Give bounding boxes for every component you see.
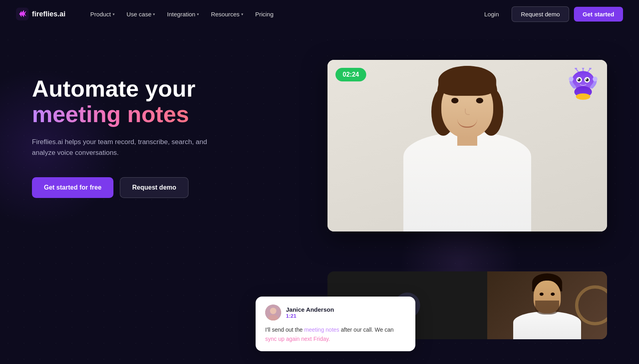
nav-use-case[interactable]: Use case ▾ <box>122 8 160 21</box>
hero-visual: 02:24 <box>280 60 607 339</box>
get-started-free-button[interactable]: Get started for free <box>32 177 113 198</box>
hero-left-content: Automate your meeting notes Fireflies.ai… <box>32 60 256 198</box>
brand-logo[interactable]: fireflies.ai <box>16 8 65 20</box>
nav-links: Product ▾ Use case ▾ Integration ▾ Resou… <box>85 8 476 21</box>
chat-message-text: I'll send out the meeting notes after ou… <box>265 325 406 343</box>
nav-right-actions: Login Request demo Get started <box>476 6 623 22</box>
svg-point-4 <box>582 68 584 69</box>
nav-pricing[interactable]: Pricing <box>250 8 278 21</box>
chevron-down-icon: ▾ <box>197 12 199 16</box>
svg-point-19 <box>270 308 276 314</box>
chat-user-name: Janice Anderson <box>286 306 334 313</box>
brand-name: fireflies.ai <box>32 10 65 18</box>
man-right-eye <box>551 293 555 296</box>
request-demo-button-hero[interactable]: Request demo <box>120 177 189 198</box>
chat-transcript-card: Janice Anderson 1:21 I'll send out the m… <box>256 297 415 351</box>
navbar: fireflies.ai Product ▾ Use case ▾ Integr… <box>0 0 639 28</box>
robot-mascot <box>567 68 599 104</box>
man-beard <box>535 301 559 315</box>
nose <box>465 109 470 115</box>
hero-title-gradient: meeting notes <box>32 101 189 127</box>
login-button[interactable]: Login <box>476 7 507 22</box>
right-eye <box>476 98 483 103</box>
person-figure <box>387 60 547 231</box>
hero-cta-buttons: Get started for free Request demo <box>32 177 256 198</box>
svg-point-16 <box>593 77 597 81</box>
nav-product[interactable]: Product ▾ <box>85 8 119 21</box>
avatar-svg <box>265 305 281 320</box>
hero-subtitle: Fireflies.ai helps your team record, tra… <box>32 136 224 158</box>
chat-user-info: Janice Anderson 1:21 <box>286 306 334 319</box>
nav-integration[interactable]: Integration ▾ <box>162 8 204 21</box>
chat-header: Janice Anderson 1:21 <box>265 305 406 320</box>
hero-title: Automate your meeting notes <box>32 76 256 127</box>
body <box>403 132 531 231</box>
man-body <box>513 311 581 339</box>
chat-highlight-sync: sync up again next Friday. <box>265 336 330 342</box>
get-started-button-nav[interactable]: Get started <box>574 7 623 22</box>
nav-resources[interactable]: Resources ▾ <box>206 8 248 21</box>
left-eye <box>451 98 458 103</box>
smile <box>457 119 477 128</box>
chat-timestamp: 1:21 <box>286 313 334 319</box>
svg-point-10 <box>578 79 579 80</box>
chat-user-avatar <box>265 305 281 320</box>
robot-svg-icon <box>567 68 599 104</box>
chevron-down-icon: ▾ <box>153 12 155 16</box>
hair-front <box>439 66 496 96</box>
chat-highlight-meeting-notes: meeting notes <box>304 326 339 333</box>
hero-section: Automate your meeting notes Fireflies.ai… <box>0 28 639 364</box>
svg-point-17 <box>576 93 590 100</box>
request-demo-button-nav[interactable]: Request demo <box>512 6 569 22</box>
man-left-eye <box>540 293 544 296</box>
svg-point-13 <box>586 79 587 80</box>
main-video-card: 02:24 <box>327 60 607 231</box>
fireflies-logo-icon <box>16 8 29 20</box>
avatar-image <box>265 305 281 320</box>
video-timer-badge: 02:24 <box>335 68 366 81</box>
person-area <box>327 60 607 231</box>
video-second-person-panel <box>487 271 607 339</box>
chevron-down-icon: ▾ <box>113 12 115 16</box>
chevron-down-icon: ▾ <box>241 12 243 16</box>
svg-point-15 <box>569 77 574 81</box>
